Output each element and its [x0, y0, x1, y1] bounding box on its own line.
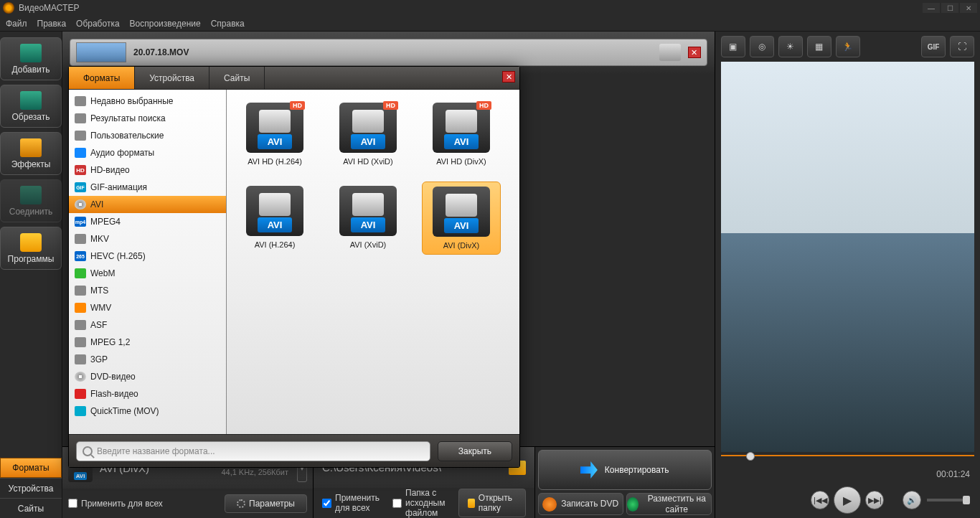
format-modal: Форматы Устройства Сайты ✕ Недавно выбра… — [68, 66, 520, 468]
search-icon — [83, 446, 93, 456]
gif-button[interactable]: GIF — [921, 36, 946, 57]
cat-custom[interactable]: Пользовательские — [69, 127, 226, 144]
effects-button[interactable]: Эффекты — [0, 132, 62, 175]
parameters-button[interactable]: Параметры — [225, 494, 307, 513]
file-name: 20.07.18.MOV — [133, 47, 189, 57]
apply-all-checkbox[interactable]: Применить для всех — [68, 499, 163, 509]
publish-button[interactable]: Разместить на сайте — [626, 493, 712, 515]
sidetab-sites[interactable]: Сайты — [0, 498, 62, 518]
stabilize-tool-button[interactable]: ▦ — [807, 36, 831, 57]
format-card[interactable]: HDAVIAVI HD (H.264) — [235, 98, 314, 170]
apply-all-path-checkbox[interactable]: Применить для всех — [322, 493, 380, 513]
arrow-icon — [580, 461, 598, 479]
menu-playback[interactable]: Воспроизведение — [130, 19, 201, 29]
enhance-tool-button[interactable]: ◎ — [750, 36, 774, 57]
source-folder-checkbox[interactable]: Папка с исходным файлом — [392, 488, 445, 518]
cat-webm[interactable]: WebM — [69, 265, 226, 282]
cat-mts[interactable]: MTS — [69, 282, 226, 299]
cat-hevc[interactable]: 265HEVC (H.265) — [69, 248, 226, 265]
open-folder-button[interactable]: Открыть папку — [458, 489, 526, 517]
maximize-button[interactable]: ☐ — [941, 3, 958, 13]
crop-tool-button[interactable]: ▣ — [721, 36, 745, 57]
video-preview[interactable] — [721, 62, 974, 452]
category-list: Недавно выбранные Результаты поиска Поль… — [69, 90, 227, 434]
cat-search[interactable]: Результаты поиска — [69, 110, 226, 127]
menu-help[interactable]: Справка — [211, 19, 245, 29]
volume-slider[interactable] — [927, 499, 970, 501]
cat-gif[interactable]: GIFGIF-анимация — [69, 179, 226, 196]
menu-file[interactable]: Файл — [6, 19, 27, 29]
seek-bar[interactable] — [721, 455, 974, 469]
format-grid: HDAVIAVI HD (H.264) HDAVIAVI HD (XviD) H… — [227, 90, 519, 434]
cat-avi[interactable]: AVI — [69, 196, 226, 213]
sidetab-devices[interactable]: Устройства — [0, 478, 62, 498]
disc-icon — [542, 497, 557, 512]
fullscreen-button[interactable]: ⛶ — [950, 36, 974, 57]
seek-knob[interactable] — [746, 452, 755, 461]
prev-button[interactable]: |◀◀ — [811, 491, 829, 509]
format-search-input[interactable]: Введите название формата... — [76, 441, 430, 461]
cat-quicktime[interactable]: QuickTime (MOV) — [69, 402, 226, 420]
cat-asf[interactable]: ASF — [69, 316, 226, 334]
file-card[interactable]: 20.07.18.MOV ✕ — [70, 39, 707, 66]
cat-mpeg4[interactable]: mp4MPEG4 — [69, 213, 226, 230]
sidebar: Добавить Обрезать Эффекты Соединить Прог… — [0, 32, 62, 518]
cat-flash[interactable]: Flash-видео — [69, 385, 226, 402]
cat-dvd[interactable]: DVD-видео — [69, 368, 226, 385]
play-button[interactable]: ▶ — [834, 486, 861, 514]
format-card[interactable]: AVIAVI (XviD) — [329, 182, 407, 255]
format-card[interactable]: HDAVIAVI HD (XviD) — [329, 98, 407, 170]
sidetab-formats[interactable]: Форматы — [0, 458, 62, 478]
modal-tab-sites[interactable]: Сайты — [209, 67, 265, 89]
convert-button[interactable]: Конвертировать — [538, 450, 712, 490]
menu-edit[interactable]: Правка — [37, 19, 67, 29]
format-card-selected[interactable]: AVIAVI (DivX) — [422, 182, 501, 255]
brightness-tool-button[interactable]: ☀ — [778, 36, 803, 57]
cat-mpeg12[interactable]: MPEG 1,2 — [69, 334, 226, 351]
format-card[interactable]: AVIAVI (H.264) — [235, 182, 314, 255]
cat-hd[interactable]: HDHD-видео — [69, 161, 226, 179]
cat-wmv[interactable]: WMV — [69, 299, 226, 316]
app-title: ВидеоМАСТЕР — [19, 3, 923, 13]
camera-icon — [659, 44, 681, 61]
cut-button[interactable]: Обрезать — [0, 85, 62, 128]
programs-button[interactable]: Программы — [0, 227, 62, 270]
join-button: Соединить — [0, 179, 62, 222]
cat-mkv[interactable]: MKV — [69, 230, 226, 248]
burn-dvd-button[interactable]: Записать DVD — [538, 493, 623, 515]
cat-recent[interactable]: Недавно выбранные — [69, 93, 226, 110]
file-thumbnail — [76, 42, 126, 62]
speed-tool-button[interactable]: 🏃 — [836, 36, 860, 57]
modal-close-footer-button[interactable]: Закрыть — [438, 441, 512, 461]
folder-icon — [468, 499, 475, 508]
menu-process[interactable]: Обработка — [76, 19, 120, 29]
volume-button[interactable]: 🔊 — [903, 491, 921, 509]
app-icon — [3, 2, 14, 14]
modal-tab-formats[interactable]: Форматы — [69, 67, 135, 89]
globe-icon — [627, 497, 639, 512]
modal-tab-devices[interactable]: Устройства — [135, 67, 209, 89]
preview-panel: ▣ ◎ ☀ ▦ 🏃 GIF ⛶ 00:01:24 |◀◀ ▶ ▶▶| 🔊 — [715, 32, 980, 518]
modal-close-button[interactable]: ✕ — [502, 71, 515, 83]
add-button[interactable]: Добавить — [0, 37, 62, 80]
menubar: Файл Правка Обработка Воспроизведение Сп… — [0, 16, 980, 32]
file-remove-button[interactable]: ✕ — [688, 47, 701, 58]
timecode: 00:01:24 — [715, 469, 980, 482]
gear-icon — [237, 499, 245, 508]
format-card[interactable]: HDAVIAVI HD (DivX) — [422, 98, 501, 170]
minimize-button[interactable]: — — [923, 3, 940, 13]
next-button[interactable]: ▶▶| — [865, 491, 884, 509]
cat-audio[interactable]: Аудио форматы — [69, 144, 226, 161]
cat-3gp[interactable]: 3GP — [69, 351, 226, 368]
main-area: 20.07.18.MOV ✕ Форматы Устройства Сайты … — [62, 32, 715, 518]
close-button[interactable]: ✕ — [960, 3, 977, 13]
